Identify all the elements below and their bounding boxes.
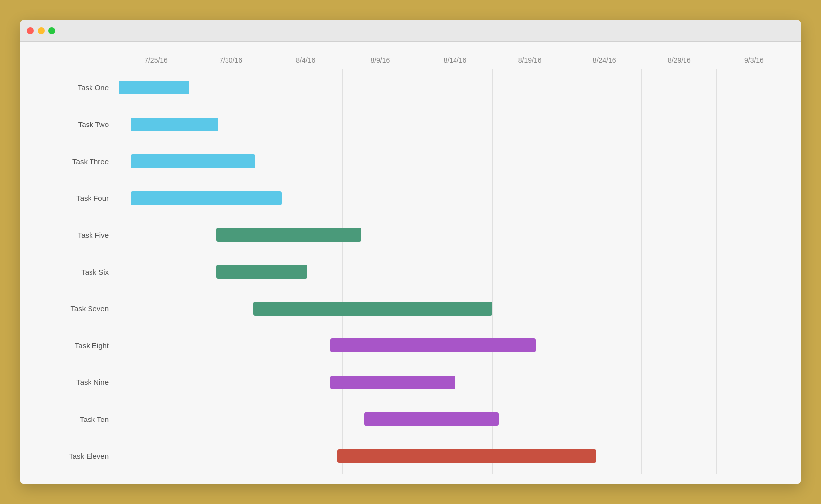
gantt-bar: [253, 302, 492, 316]
task-label: Task Six: [30, 268, 119, 276]
task-label: Task Five: [30, 231, 119, 239]
task-track: [119, 364, 791, 401]
task-row: Task Three: [30, 143, 791, 180]
gantt-bar: [364, 412, 499, 426]
titlebar: [20, 20, 801, 42]
task-track: [119, 401, 791, 438]
task-row: Task Seven: [30, 290, 791, 327]
task-track: [119, 253, 791, 291]
date-label: 8/29/16: [642, 56, 717, 64]
task-row: Task Two: [30, 106, 791, 143]
gantt-bar: [131, 154, 255, 168]
task-label: Task One: [30, 84, 119, 92]
traffic-lights: [27, 27, 55, 34]
task-row: Task Ten: [30, 401, 791, 438]
task-row: Task Five: [30, 216, 791, 253]
date-label: 9/3/16: [717, 56, 791, 64]
maximize-button[interactable]: [48, 27, 55, 34]
task-label: Task Ten: [30, 415, 119, 423]
gantt-bar: [131, 191, 282, 205]
close-button[interactable]: [27, 27, 34, 34]
date-label: 8/19/16: [493, 56, 567, 64]
task-row: Task Nine: [30, 364, 791, 401]
date-header: 7/25/167/30/168/4/168/9/168/14/168/19/16…: [119, 56, 791, 64]
task-track: [119, 143, 791, 180]
app-window: 7/25/167/30/168/4/168/9/168/14/168/19/16…: [20, 20, 801, 484]
task-label: Task Nine: [30, 378, 119, 386]
date-label: 7/25/16: [119, 56, 193, 64]
gantt-bar: [216, 228, 361, 242]
gantt-bar: [216, 265, 307, 279]
task-track: [119, 327, 791, 364]
date-label: 7/30/16: [193, 56, 268, 64]
task-track: [119, 106, 791, 143]
task-track: [119, 437, 791, 474]
task-label: Task Seven: [30, 304, 119, 313]
gantt-bar: [131, 118, 218, 131]
date-label: 8/14/16: [417, 56, 492, 64]
task-row: Task One: [30, 69, 791, 106]
date-label: 8/9/16: [343, 56, 417, 64]
task-track: [119, 180, 791, 217]
task-row: Task Six: [30, 253, 791, 291]
task-row: Task Eight: [30, 327, 791, 364]
gantt-bar: [330, 376, 455, 389]
task-label: Task Eleven: [30, 452, 119, 460]
task-row: Task Four: [30, 180, 791, 217]
minimize-button[interactable]: [38, 27, 45, 34]
chart-container: 7/25/167/30/168/4/168/9/168/14/168/19/16…: [20, 42, 801, 484]
gantt-bar: [337, 449, 596, 463]
gantt-body: Task OneTask TwoTask ThreeTask FourTask …: [30, 69, 791, 474]
task-row: Task Eleven: [30, 437, 791, 474]
gantt-chart: 7/25/167/30/168/4/168/9/168/14/168/19/16…: [30, 56, 791, 474]
task-track: [119, 290, 791, 327]
task-label: Task Two: [30, 120, 119, 128]
gantt-bar: [330, 338, 536, 352]
task-track: [119, 69, 791, 106]
task-label: Task Eight: [30, 341, 119, 350]
task-label: Task Three: [30, 157, 119, 166]
task-track: [119, 216, 791, 253]
date-label: 8/24/16: [567, 56, 642, 64]
date-label: 8/4/16: [268, 56, 343, 64]
gantt-bar: [119, 81, 189, 94]
task-label: Task Four: [30, 194, 119, 202]
